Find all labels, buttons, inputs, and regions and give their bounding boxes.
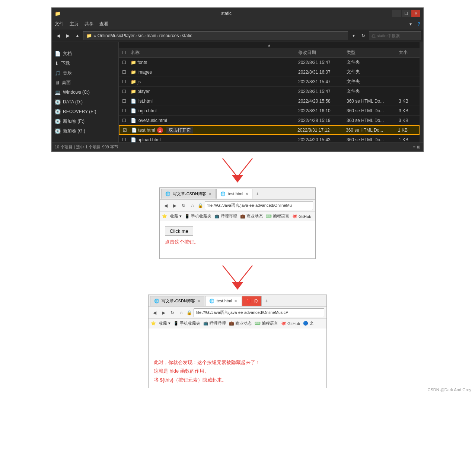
row-check[interactable]: ☐: [119, 79, 129, 84]
browser1-bookmarks-bar: ⭐ 收藏 ▾ 📱 手机收藏夹 📺 哔哩哔哩 💼 商业动态: [160, 212, 315, 221]
title-bar: 📁 static — ☐ ✕: [52, 8, 423, 19]
file-row[interactable]: ☑ 📄 test.html 1 双击打开它 2022/8/31 17:12 36…: [119, 125, 420, 135]
path-part-4[interactable]: static: [182, 33, 192, 38]
browser2-refresh[interactable]: ↻: [169, 309, 176, 316]
sidebar-item-e-drive[interactable]: 💽 RECOVERY (E:): [52, 107, 118, 116]
row-check[interactable]: ☐: [119, 137, 129, 142]
browser1-refresh[interactable]: ↻: [180, 202, 187, 209]
row-check[interactable]: ☐: [119, 108, 129, 113]
sidebar-item-downloads[interactable]: ⬇ 下载: [52, 58, 118, 68]
tab2-testhtml-close[interactable]: ✕: [234, 299, 237, 303]
path-part-0[interactable]: OnlineMusicPlayer: [98, 33, 135, 38]
header-type[interactable]: 类型: [345, 49, 397, 56]
row-check[interactable]: ☐: [119, 118, 129, 123]
ribbon-expand[interactable]: ▾: [409, 22, 412, 27]
bookmark2-coding[interactable]: ⌨ 编程语言: [255, 321, 278, 326]
maximize-button[interactable]: ☐: [402, 10, 411, 17]
header-name[interactable]: 名称: [129, 49, 297, 56]
ribbon-file[interactable]: 文件: [55, 21, 64, 27]
sidebar-item-f-drive[interactable]: 💽 新加卷 (F:): [52, 116, 118, 126]
close-button[interactable]: ✕: [411, 10, 420, 17]
file-row[interactable]: ☐ 📄 login.html 2022/8/31 16:10 360 se HT…: [119, 106, 420, 116]
file-row[interactable]: ☐ 📁 images 2022/8/31 16:07 文件夹: [119, 67, 420, 77]
new-tab-button-1[interactable]: +: [253, 190, 261, 198]
minimize-button[interactable]: —: [392, 10, 401, 17]
file-row[interactable]: ☐ 📄 upload.html 2022/4/20 15:43 360 se H…: [119, 135, 420, 142]
list-view-icon[interactable]: ≡: [413, 145, 415, 149]
back-button[interactable]: ◀: [54, 32, 62, 40]
sidebar-item-desktop[interactable]: 🖥 桌面: [52, 78, 118, 87]
tab2-testhtml[interactable]: 🌐 test.html ✕: [205, 296, 242, 306]
header-date[interactable]: 修改日期: [297, 49, 345, 56]
svg-line-5: [238, 266, 252, 284]
bookmark2-business[interactable]: 💼 商业动态: [229, 321, 252, 326]
browser2-back[interactable]: ◀: [151, 309, 158, 316]
refresh-button[interactable]: ↻: [359, 32, 367, 40]
browser2-forward[interactable]: ▶: [160, 309, 167, 316]
path-part-2[interactable]: main: [147, 33, 156, 38]
bookmark-github[interactable]: 🐙 GitHub: [292, 214, 311, 219]
ribbon-view[interactable]: 查看: [99, 21, 108, 27]
tooltip-label: 双击打开它: [166, 127, 193, 134]
row-check[interactable]: ☐: [119, 60, 129, 65]
bookmark-bilibili[interactable]: 📺 哔哩哔哩: [214, 213, 237, 219]
row-check[interactable]: ☐: [119, 89, 129, 94]
tab-testhtml-1[interactable]: 🌐 test.html ✕: [216, 189, 253, 199]
result-line3: 将 ${this}（按钮元素）隐藏起来。: [154, 376, 321, 384]
browser1-url-input[interactable]: [205, 201, 313, 210]
browser2-url-input[interactable]: [194, 308, 324, 317]
ribbon-share[interactable]: 共享: [85, 21, 93, 27]
bookmark-coding[interactable]: ⌨ 编程语言: [266, 213, 289, 219]
browser2-home[interactable]: ⌂: [178, 309, 185, 316]
sidebar-item-docs[interactable]: 📄 文档: [52, 49, 118, 58]
result-line1: 此时，你就会发现：这个按钮元素被隐藏起来了！: [154, 358, 321, 367]
bookmark2-bi[interactable]: 🔵 比: [303, 321, 313, 326]
ribbon-home[interactable]: 主页: [70, 21, 79, 27]
tab-csdn[interactable]: 🌐 写文章-CSDN博客 ✕: [161, 189, 216, 199]
forward-button[interactable]: ▶: [64, 32, 72, 40]
file-list: ▲ ☐ 名称 修改日期 类型 大小 ☐ 📁 fonts 2022/8/31 15…: [119, 42, 420, 142]
scrollbar-right[interactable]: [420, 42, 423, 142]
bookmark2-phone[interactable]: 📱 手机收藏夹: [173, 321, 200, 326]
bookmark2-bilibili[interactable]: 📺 哔哩哔哩: [203, 321, 226, 326]
sidebar-item-c-drive[interactable]: 💻 Windows (C:): [52, 87, 118, 97]
tab2-csdn-close[interactable]: ✕: [197, 299, 200, 303]
browser1-back[interactable]: ◀: [162, 202, 169, 209]
file-row[interactable]: ☐ 📁 player 2022/8/31 15:47 文件夹: [119, 87, 420, 96]
new-tab-button-2[interactable]: +: [262, 297, 271, 305]
browser1-forward[interactable]: ▶: [171, 202, 178, 209]
row-check[interactable]: ☐: [119, 99, 129, 104]
bookmark-shoucang[interactable]: 收藏 ▾: [170, 213, 182, 219]
up-button[interactable]: ▲: [73, 32, 82, 40]
header-size[interactable]: 大小: [397, 49, 420, 56]
row-check[interactable]: ☑: [119, 128, 130, 133]
search-input[interactable]: [369, 31, 421, 40]
file-row[interactable]: ☐ 📄 loveMusic.html 2022/4/28 15:19 360 s…: [119, 116, 420, 125]
bookmark-shoujishoucangjia[interactable]: 📱 手机收藏夹: [185, 213, 211, 219]
sidebar-item-g-drive[interactable]: 💽 新加卷 (G:): [52, 126, 118, 136]
row-size: 3 KB: [397, 118, 420, 123]
sidebar-item-music[interactable]: 🎵 音乐: [52, 68, 118, 78]
path-dropdown-button[interactable]: ▾: [350, 32, 358, 40]
bookmark2-github[interactable]: 🐙 GitHub: [281, 321, 300, 326]
sidebar-item-d-drive[interactable]: 💽 DATA (D:): [52, 97, 118, 107]
path-part-3[interactable]: resources: [159, 33, 179, 38]
tab2-jq[interactable]: 🔴 jQ: [242, 296, 262, 306]
tab-csdn-close[interactable]: ✕: [208, 192, 211, 196]
file-row[interactable]: ☐ 📄 list.html 2022/4/20 15:58 360 se HTM…: [119, 96, 420, 106]
tab2-csdn[interactable]: 🌐 写文章-CSDN博客 ✕: [150, 296, 204, 306]
file-row[interactable]: ☐ 📁 fonts 2022/8/31 15:47 文件夹: [119, 58, 420, 67]
bookmark2-shoucang[interactable]: 收藏 ▾: [159, 321, 170, 326]
docs-icon: 📄: [55, 51, 61, 57]
address-path[interactable]: 📁 « OnlineMusicPlayer › src › main › res…: [83, 31, 348, 40]
file-row[interactable]: ☐ 📁 js 2022/8/31 15:47 文件夹: [119, 77, 420, 87]
row-check[interactable]: ☐: [119, 70, 129, 75]
detail-view-icon[interactable]: ⊞: [417, 145, 420, 149]
tab-testhtml-1-close[interactable]: ✕: [245, 192, 248, 196]
click-me-button[interactable]: Click me: [165, 226, 193, 236]
file-icon: 📁: [131, 89, 136, 94]
row-size: 1 KB: [396, 128, 419, 133]
bookmark-business[interactable]: 💼 商业动态: [240, 213, 263, 219]
browser1-home[interactable]: ⌂: [189, 202, 196, 209]
path-part-1[interactable]: src: [138, 33, 144, 38]
